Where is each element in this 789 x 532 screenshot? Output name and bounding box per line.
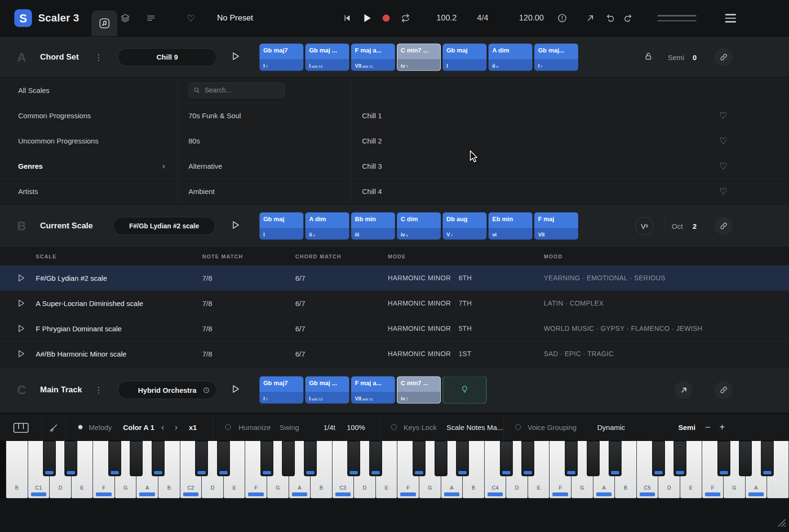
- black-key-csharp-15[interactable]: [347, 441, 360, 476]
- black-key-csharp-1[interactable]: [43, 441, 56, 476]
- chord-pad-c-dim[interactable]: C dimivo: [397, 213, 441, 240]
- chord-pad-gb-maj[interactable]: Gb maj ...Iadd 13: [305, 377, 349, 404]
- undo-button[interactable]: [606, 13, 615, 23]
- black-key-gsharp-26[interactable]: [587, 441, 600, 476]
- chord-pad-gb-maj7[interactable]: Gb maj7I7: [260, 377, 303, 404]
- chord-pad-c-min7[interactable]: C min7 ...iv7: [397, 377, 441, 404]
- chord-pad-gb-maj[interactable]: Gb majI: [443, 43, 487, 71]
- previous-pattern-icon[interactable]: ‹: [161, 422, 164, 432]
- loop-button[interactable]: [401, 13, 410, 23]
- redo-button[interactable]: [623, 13, 633, 23]
- play-scale-icon[interactable]: [18, 325, 25, 332]
- semi-value[interactable]: 0: [693, 53, 696, 61]
- menu-button[interactable]: [725, 14, 736, 22]
- unlock-icon[interactable]: [644, 51, 653, 62]
- scale-row-f-phrygian-dominant-scale[interactable]: F Phrygian Dominant scale7/86/7HARMONIC …: [0, 316, 789, 341]
- layers-icon-button[interactable]: [120, 13, 130, 23]
- black-key-fsharp-32[interactable]: [717, 441, 730, 476]
- chord-pad-db-aug[interactable]: Db augV+: [443, 213, 487, 240]
- black-key-fsharp-18[interactable]: [413, 441, 426, 476]
- chord-pad-gb-maj7[interactable]: Gb maj7I7: [260, 43, 303, 71]
- link-button[interactable]: [715, 48, 733, 66]
- play-button[interactable]: [362, 13, 373, 24]
- chord-set-options-icon[interactable]: ⋮: [94, 52, 103, 62]
- current-scale-selector[interactable]: F#/Gb Lydian #2 scale: [113, 217, 215, 235]
- sidebar-item-common-progressions[interactable]: Common Progressions: [0, 103, 177, 128]
- favorite-icon[interactable]: ♡: [719, 161, 727, 172]
- voice-grouping-toggle[interactable]: [515, 424, 521, 430]
- black-key-dsharp-30[interactable]: [674, 441, 686, 476]
- swing-division-value[interactable]: 1/4t: [323, 423, 335, 431]
- black-key-gsharp-33[interactable]: [739, 441, 752, 476]
- semi-decrease-button[interactable]: −: [705, 422, 711, 433]
- instrument-selector[interactable]: Hybrid Orchestra: [118, 381, 217, 399]
- timer-icon[interactable]: [203, 387, 210, 394]
- chord-pad-gb-maj[interactable]: Gb majI: [260, 213, 303, 240]
- chord-pad-gb-maj[interactable]: Gb maj...I7: [534, 43, 578, 71]
- play-scale-icon[interactable]: [18, 350, 25, 358]
- sidebar-item-artists[interactable]: Artists: [0, 179, 177, 204]
- preset-item-chill-3[interactable]: Chill 3♡: [352, 153, 789, 179]
- sidebar-item-genres[interactable]: Genres›: [0, 153, 177, 179]
- black-key-fsharp-25[interactable]: [565, 441, 578, 476]
- genre-item-80s[interactable]: 80s: [178, 128, 351, 153]
- white-key-b[interactable]: B: [6, 441, 28, 498]
- play-scale-button[interactable]: [232, 221, 239, 231]
- black-key-csharp-29[interactable]: [652, 441, 665, 476]
- tempo-value[interactable]: 120.00: [519, 13, 544, 23]
- humanize-toggle[interactable]: [225, 424, 231, 430]
- preset-name[interactable]: No Preset: [217, 13, 253, 23]
- play-scale-icon[interactable]: [18, 274, 25, 282]
- chord-pad-a-dim[interactable]: A dimiio: [305, 213, 349, 240]
- black-key-asharp-6[interactable]: [152, 441, 165, 476]
- black-key-fsharp-11[interactable]: [260, 441, 273, 476]
- mixer-sliders[interactable]: [657, 15, 696, 21]
- color-pattern-value[interactable]: Color A 1: [123, 423, 155, 431]
- chord-pad-f-maj-a[interactable]: F maj a...VIIadd 11: [351, 43, 395, 71]
- chord-pad-c-min7[interactable]: C min7 ...iv7: [397, 43, 441, 71]
- play-track-button[interactable]: [232, 385, 239, 395]
- black-key-asharp-27[interactable]: [609, 441, 622, 476]
- black-key-dsharp-2[interactable]: [64, 441, 77, 476]
- sidebar-item-uncommon-progressions[interactable]: Uncommon Progressions: [0, 128, 177, 153]
- favorite-preset-icon[interactable]: ♡: [187, 13, 195, 24]
- genre-item-alternative[interactable]: Alternative: [178, 153, 351, 179]
- sidebar-item-all-scales[interactable]: All Scales: [0, 78, 177, 103]
- preset-item-chill-1[interactable]: Chill 1♡: [352, 103, 789, 128]
- resize-grip[interactable]: [775, 516, 786, 529]
- info-icon-button[interactable]: [557, 13, 567, 23]
- black-key-csharp-8[interactable]: [195, 441, 208, 476]
- black-key-dsharp-9[interactable]: [217, 441, 230, 476]
- black-key-gsharp-12[interactable]: [282, 441, 295, 476]
- suggest-chord-button[interactable]: [443, 377, 487, 404]
- search-input[interactable]: [188, 82, 285, 98]
- favorite-icon[interactable]: ♡: [719, 186, 727, 197]
- black-key-gsharp-19[interactable]: [435, 441, 447, 476]
- black-key-asharp-13[interactable]: [304, 441, 317, 476]
- voicing-button[interactable]: V9: [635, 217, 654, 235]
- chord-pad-gb-maj[interactable]: Gb maj ...Iadd 13: [305, 43, 349, 71]
- genre-item-ambient[interactable]: Ambient: [178, 179, 351, 204]
- repeat-multiplier[interactable]: x1: [189, 423, 197, 431]
- chord-set-selector[interactable]: Chill 9: [118, 48, 217, 66]
- link-button[interactable]: [715, 217, 733, 235]
- keyboard-view-button[interactable]: [0, 414, 42, 441]
- preset-item-chill-4[interactable]: Chill 4♡: [352, 179, 789, 204]
- voice-grouping-value[interactable]: Dynamic: [597, 423, 625, 431]
- chord-pad-a-dim[interactable]: A dimiio: [488, 43, 532, 71]
- play-chord-set-button[interactable]: [232, 52, 239, 62]
- playhead-position[interactable]: 100.2: [436, 13, 457, 23]
- semi-increase-button[interactable]: +: [719, 422, 725, 433]
- edit-brush-button[interactable]: [42, 414, 66, 441]
- chord-pad-f-maj-a[interactable]: F maj a...VIIadd 11: [351, 377, 395, 404]
- melody-mode-dot[interactable]: [78, 425, 83, 430]
- preset-item-chill-2[interactable]: Chill 2♡: [352, 128, 789, 153]
- scale-row-a-bb-harmonic-minor-scale[interactable]: A#/Bb Harmonic Minor scale7/86/7HARMONIC…: [0, 341, 789, 367]
- chord-pad-eb-min[interactable]: Eb minvi: [488, 213, 532, 240]
- record-button[interactable]: [383, 15, 390, 22]
- next-pattern-icon[interactable]: ›: [175, 422, 177, 432]
- skip-back-button[interactable]: [343, 14, 351, 22]
- favorite-icon[interactable]: ♡: [719, 110, 727, 121]
- black-key-dsharp-16[interactable]: [369, 441, 382, 476]
- oct-value[interactable]: 2: [693, 222, 696, 230]
